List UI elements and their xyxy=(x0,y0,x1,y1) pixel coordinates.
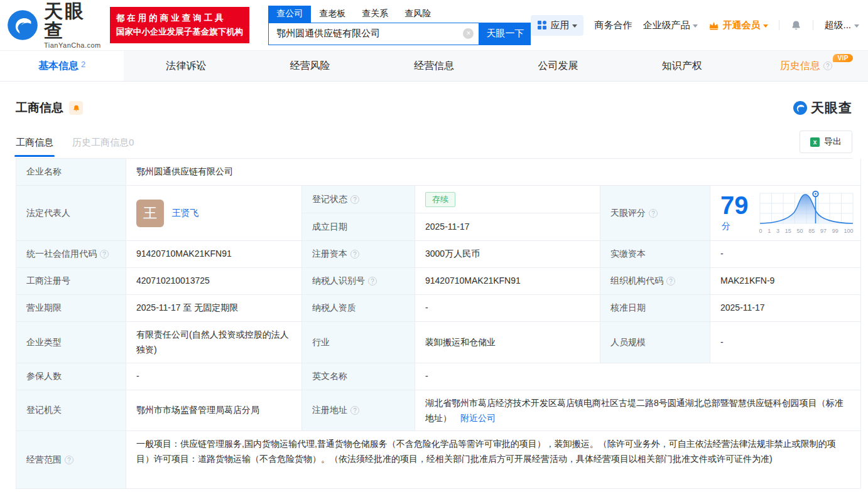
tab-intellectual-property[interactable]: 知识产权 xyxy=(620,51,744,81)
tab-label: 知识产权 xyxy=(662,60,702,73)
field-value-company-type: 有限责任公司(自然人投资或控股的法人独资) xyxy=(126,322,302,363)
help-icon[interactable] xyxy=(368,277,377,286)
field-value-company-name: 鄂州圆通供应链有限公司 xyxy=(126,159,861,186)
field-label-establish-date: 成立日期 xyxy=(302,213,415,241)
tick-label: 1 xyxy=(768,227,771,236)
divider xyxy=(813,20,813,30)
help-icon[interactable] xyxy=(350,406,359,415)
tick-label: 15 xyxy=(785,227,791,236)
help-icon[interactable] xyxy=(350,250,359,259)
field-label-business-scope: 经营范围 xyxy=(16,431,126,489)
field-value-business-term: 2025-11-17 至 无固定期限 xyxy=(126,295,302,322)
help-icon[interactable] xyxy=(100,250,109,259)
label-text: 注册地址 xyxy=(312,403,347,418)
field-value-address: 湖北省鄂州市葛店经济技术开发区葛店镇电商社区古堤二路8号圆通湖北总部暨智慧供应链… xyxy=(415,390,861,431)
legal-rep-avatar[interactable]: 王 xyxy=(136,200,164,227)
field-value-english-name: - xyxy=(415,363,861,390)
chevron-down-icon xyxy=(763,24,768,28)
help-icon[interactable] xyxy=(350,195,359,204)
tick-label: 3 xyxy=(776,227,779,236)
main-content: 工商信息 天眼查 工商信息 历史工商信息0 导出 企业名称 鄂州圆通供应链有限公 xyxy=(0,99,868,489)
legal-rep-link[interactable]: 王贤飞 xyxy=(172,206,198,221)
help-icon[interactable] xyxy=(823,61,832,70)
search-tab-boss[interactable]: 查老板 xyxy=(311,6,354,23)
tab-history-info[interactable]: VIP 历史信息 xyxy=(744,51,868,81)
score-value: 79 xyxy=(720,191,749,219)
tick-label: 99 xyxy=(832,227,838,236)
search-tab-relation[interactable]: 查关系 xyxy=(354,6,396,23)
watermark-label: 天眼查 xyxy=(811,99,852,117)
nav-vip-label: 开通会员 xyxy=(722,19,760,31)
field-label-taxpayer-id: 纳税人识别号 xyxy=(302,268,415,295)
search-tabs: 查公司 查老板 查关系 查风险 xyxy=(268,6,531,23)
score-number: 79分 xyxy=(720,193,749,234)
nav-business-coop[interactable]: 商务合作 xyxy=(594,19,632,31)
field-label-reg-number: 工商注册号 xyxy=(16,268,126,295)
promo-line-2: 国家中小企业发展子基金旗下机构 xyxy=(116,25,244,39)
tab-operation-info[interactable]: 经营信息 xyxy=(372,51,496,81)
search-button[interactable]: 天眼一下 xyxy=(479,23,531,45)
bell-icon xyxy=(790,19,802,31)
field-label-score: 天眼评分 xyxy=(600,186,710,241)
label-text: 天眼评分 xyxy=(610,206,646,221)
field-value-business-scope: 一般项目：供应链管理服务,国内货物运输代理,普通货物仓储服务（不含危险化学品等需… xyxy=(126,431,861,489)
field-label-paid-capital: 实缴资本 xyxy=(600,241,710,268)
score-distribution-chart: 0131550859799100 xyxy=(759,190,854,236)
help-icon[interactable] xyxy=(65,456,73,464)
help-icon[interactable] xyxy=(666,277,675,286)
brand-domain: TianYanCha.com xyxy=(44,42,101,50)
field-label-reg-status: 登记状态 xyxy=(302,186,415,213)
field-label-staff-size: 人员规模 xyxy=(600,322,710,363)
nearby-companies-link[interactable]: 附近公司 xyxy=(460,413,496,423)
search-tab-company[interactable]: 查公司 xyxy=(268,6,311,23)
status-badge: 存续 xyxy=(425,192,455,207)
tick-label: 85 xyxy=(808,227,815,236)
promo-banner: 都在用的商业查询工具 国家中小企业发展子基金旗下机构 xyxy=(110,7,250,44)
export-button[interactable]: 导出 xyxy=(800,131,852,153)
notification-bell[interactable] xyxy=(790,19,802,31)
label-text: 统一社会信用代码 xyxy=(26,247,97,262)
field-value-reg-capital: 3000万人民币 xyxy=(415,241,600,268)
field-value-staff-size: - xyxy=(710,322,861,363)
field-value-paid-capital: - xyxy=(710,241,861,268)
tab-label: 公司发展 xyxy=(538,60,578,73)
nav-open-vip[interactable]: 开通会员 xyxy=(708,19,768,31)
field-label-reg-capital: 注册资本 xyxy=(302,241,415,268)
nav-super-label: 超级... xyxy=(824,19,851,31)
field-value-approval-date: 2025-11-17 xyxy=(710,295,861,322)
monitor-bell-button[interactable] xyxy=(69,101,83,115)
field-label-approval-date: 核准日期 xyxy=(600,295,710,322)
label-text: 登记状态 xyxy=(312,192,347,207)
tick-label: 97 xyxy=(820,227,827,236)
subtab-business-info[interactable]: 工商信息 xyxy=(16,137,53,157)
field-value-score: 79分 xyxy=(710,186,861,241)
search-input[interactable] xyxy=(276,28,463,39)
field-label-legal-rep: 法定代表人 xyxy=(16,186,126,241)
search-tab-risk[interactable]: 查风险 xyxy=(396,6,439,23)
clear-search-icon[interactable] xyxy=(463,28,474,39)
nav-super-vip[interactable]: 超级... xyxy=(824,19,859,31)
label-text: 注册资本 xyxy=(312,247,347,262)
tab-label: 基本信息 xyxy=(38,60,79,73)
tab-company-development[interactable]: 公司发展 xyxy=(496,51,620,81)
field-value-legal-rep: 王 王贤飞 xyxy=(126,186,302,241)
vip-badge: VIP xyxy=(833,54,853,62)
nav-enterprise-product[interactable]: 企业级产品 xyxy=(643,19,698,31)
nav-enterprise-label: 企业级产品 xyxy=(643,19,690,31)
field-label-industry: 行业 xyxy=(302,322,415,363)
logo-swirl-icon xyxy=(6,9,39,41)
subtab-history-business-info[interactable]: 历史工商信息0 xyxy=(72,137,134,157)
label-text: 经营范围 xyxy=(26,452,62,468)
help-icon[interactable] xyxy=(649,209,658,218)
tianyancha-logo[interactable]: 天眼查 TianYanCha.com xyxy=(6,1,101,50)
apps-grid-icon xyxy=(537,20,547,30)
field-label-taxpayer-quality: 纳税人资质 xyxy=(302,295,415,322)
logo-swirl-icon xyxy=(793,100,808,115)
tab-basic-info[interactable]: 基本信息 2 xyxy=(0,51,124,81)
brand-name: 天眼查 xyxy=(44,1,101,41)
tab-legal-lawsuits[interactable]: 法律诉讼 xyxy=(124,51,247,81)
field-label-registry: 登记机关 xyxy=(16,390,126,431)
tab-operation-risk[interactable]: 经营风险 xyxy=(248,51,372,81)
crown-icon xyxy=(708,21,719,30)
nav-apps[interactable]: 应用 xyxy=(531,15,583,36)
